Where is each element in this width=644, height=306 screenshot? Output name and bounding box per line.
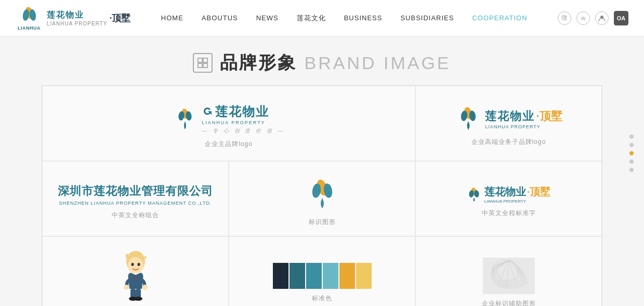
standard-word-label: 中英文全程标准字	[482, 209, 536, 218]
lh-loop-icon	[202, 106, 213, 117]
page-title-section: 品牌形象 BRAND IMAGE	[0, 36, 644, 85]
main-logo-en: LIANHUA PROPERTY	[202, 120, 284, 125]
header-icons: 微 w OA	[558, 11, 628, 25]
oa-button[interactable]: OA	[614, 11, 628, 25]
svg-point-25	[124, 285, 129, 290]
header: LIANHUA 莲花物业 LIANHUA PROPERTY ·顶墅 HOME A…	[0, 0, 644, 36]
sub-logo-zh: 莲花物业	[485, 109, 535, 124]
svg-text:LIANHUA: LIANHUA	[18, 25, 41, 31]
color-swatch-6	[356, 263, 372, 289]
page-title-inner: 品牌形象 BRAND IMAGE	[193, 51, 451, 75]
std-zh: 莲花物业	[484, 185, 526, 199]
svg-point-22	[128, 257, 143, 274]
main-logo-label: 企业主品牌logo	[205, 140, 253, 149]
scroll-dot-2[interactable]	[629, 143, 634, 147]
svg-rect-5	[198, 58, 202, 62]
std-ding: ·顶墅	[527, 185, 551, 199]
aux-graphic-label: 企业标识辅助图形	[482, 299, 536, 306]
color-swatch-3	[306, 263, 322, 289]
scroll-dot-4[interactable]	[629, 159, 634, 164]
svg-rect-8	[203, 63, 207, 68]
color-palette-display	[273, 263, 372, 289]
scroll-dot-1[interactable]	[629, 135, 634, 139]
brand-grid: 莲花物业 LIANHUA PROPERTY — 专 心 创 造 价 值 — 企业…	[42, 85, 602, 306]
color-swatch-2	[290, 263, 305, 289]
color-swatch-4	[323, 263, 338, 289]
brand-cell-standard-word: 莲花物业 ·顶墅 LIANHUA PROPERTY 中英文全程标准字	[415, 161, 602, 236]
scroll-dots	[629, 135, 634, 172]
sub-logo-text: 莲花物业 ·顶墅 LIANHUA PROPERTY	[485, 109, 562, 129]
std-icon	[467, 187, 481, 202]
weibo-icon[interactable]: 微	[558, 11, 571, 25]
main-nav: HOME ABOUTUS NEWS 莲花文化 BUSINESS SUBSIDIA…	[130, 14, 558, 23]
standard-color-label: 标准色	[312, 294, 332, 303]
brand-cell-fullname: 深圳市莲花物业管理有限公司 SHENZHEN LIANHUA PROPERTY …	[42, 161, 229, 236]
aux-graphic-display: .lv{stroke:#ccc;stroke-width:0.6;fill:no…	[483, 258, 535, 294]
nav-subsidiaries[interactable]: SUBSIDIARIES	[400, 14, 454, 22]
fullname-display: 深圳市莲花物业管理有限公司 SHENZHEN LIANHUA PROPERTY …	[58, 183, 213, 206]
main-logo-slogan: — 专 心 创 造 价 值 —	[202, 127, 284, 135]
sub-logo-en: LIANHUA PROPERTY	[485, 124, 562, 129]
color-swatch-5	[339, 263, 355, 289]
logo-zh: 莲花物业	[47, 10, 107, 21]
nav-culture[interactable]: 莲花文化	[297, 14, 326, 23]
sub-logo-ding: ·顶墅	[536, 109, 562, 124]
brand-cell-main-logo: 莲花物业 LIANHUA PROPERTY — 专 心 创 造 价 值 — 企业…	[42, 86, 415, 161]
logo-sub: ·顶墅	[109, 12, 130, 24]
svg-rect-6	[203, 58, 207, 62]
fullname-en: SHENZHEN LIANHUA PROPERTY MANAGEMENT CO.…	[58, 201, 213, 206]
std-text-wrap: 莲花物业 ·顶墅 LIANHUA PROPERTY	[484, 185, 551, 204]
brand-cell-sub-logo: 莲花物业 ·顶墅 LIANHUA PROPERTY 企业高端业务子品牌logo	[415, 86, 602, 161]
fullname-zh: 深圳市莲花物业管理有限公司	[58, 183, 213, 199]
logo-en: LIANHUA PROPERTY	[47, 21, 107, 26]
sub-logo-icon	[455, 105, 482, 132]
nav-aboutus[interactable]: ABOUTUS	[202, 14, 238, 22]
fullname-label: 中英文全称组合	[112, 211, 159, 220]
svg-point-30	[134, 297, 142, 301]
company-logo-icon[interactable]: LIANHUA	[16, 4, 44, 32]
icon-shape-label: 标识图形	[309, 218, 336, 227]
sub-logo-label: 企业高端业务子品牌logo	[471, 138, 546, 147]
main-logo-text: 莲花物业 LIANHUA PROPERTY — 专 心 创 造 价 值 —	[202, 103, 284, 135]
page-title-en: BRAND IMAGE	[304, 53, 451, 73]
wechat-icon[interactable]: w	[576, 11, 590, 25]
svg-point-24	[137, 263, 140, 266]
sub-logo-display: 莲花物业 ·顶墅 LIANHUA PROPERTY	[455, 105, 562, 132]
standard-word-display: 莲花物业 ·顶墅 LIANHUA PROPERTY	[467, 185, 551, 204]
main-content: 莲花物业 LIANHUA PROPERTY — 专 心 创 造 价 值 — 企业…	[0, 85, 644, 306]
icon-shape-svg	[304, 176, 340, 212]
main-logo-icon	[173, 107, 198, 131]
svg-rect-7	[198, 63, 202, 68]
user-icon[interactable]	[595, 11, 609, 25]
main-logo-display: 莲花物业 LIANHUA PROPERTY — 专 心 创 造 价 值 —	[173, 103, 284, 135]
main-logo-zh: 莲花物业	[215, 103, 269, 120]
nav-cooperation[interactable]: COOPERATION	[472, 14, 527, 22]
svg-point-23	[131, 263, 134, 266]
brand-cell-aux-graphic: .lv{stroke:#ccc;stroke-width:0.6;fill:no…	[415, 236, 602, 306]
nav-business[interactable]: BUSINESS	[344, 14, 383, 22]
svg-point-26	[142, 285, 148, 290]
logo-area: LIANHUA 莲花物业 LIANHUA PROPERTY ·顶墅	[16, 4, 130, 32]
brand-cell-standard-color: 标准色	[229, 236, 415, 306]
color-swatch-1	[273, 263, 288, 289]
mascot-svg	[115, 250, 156, 302]
nav-news[interactable]: NEWS	[256, 14, 279, 22]
brand-cell-mascot: 吉祥物	[42, 236, 229, 306]
brand-cell-icon-shape: 标识图形	[229, 161, 415, 236]
scroll-dot-5[interactable]	[629, 168, 634, 172]
aux-graphic-svg: .lv{stroke:#ccc;stroke-width:0.6;fill:no…	[483, 258, 535, 294]
page-title-zh: 品牌形象	[220, 51, 297, 75]
std-en: LIANHUA PROPERTY	[484, 199, 551, 204]
title-icon-box	[193, 53, 213, 73]
nav-home[interactable]: HOME	[161, 14, 183, 22]
scroll-dot-3[interactable]	[629, 151, 634, 155]
